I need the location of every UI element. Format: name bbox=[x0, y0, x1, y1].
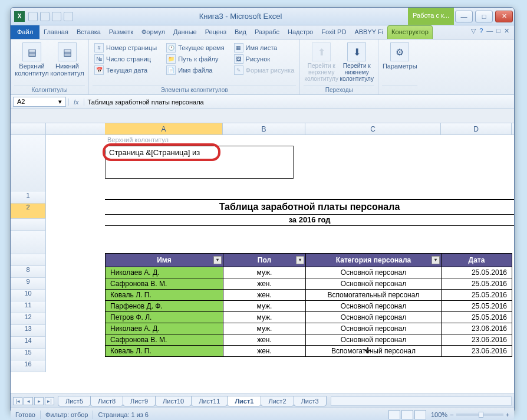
next-sheet-icon[interactable]: ▸ bbox=[34, 397, 44, 405]
th-date[interactable]: Дата bbox=[442, 254, 512, 267]
filter-dropdown-icon[interactable]: ▾ bbox=[432, 256, 440, 264]
page-count-button[interactable]: №Число страниц bbox=[93, 54, 159, 64]
tab-view[interactable]: Вид bbox=[230, 25, 251, 39]
qat-redo-icon[interactable] bbox=[52, 12, 61, 21]
cell[interactable]: 25.05.2016 bbox=[442, 267, 512, 278]
zoom-out-icon[interactable]: − bbox=[450, 411, 453, 418]
cell[interactable]: Николаев А. Д. bbox=[106, 267, 223, 278]
prev-sheet-icon[interactable]: ◂ bbox=[24, 397, 33, 405]
first-sheet-icon[interactable]: |◂ bbox=[13, 397, 22, 405]
qat-more-icon[interactable] bbox=[64, 12, 73, 21]
row-header[interactable]: 15 bbox=[11, 349, 46, 360]
th-category[interactable]: Категория персонала▾ bbox=[306, 254, 442, 267]
tab-data[interactable]: Данные bbox=[169, 25, 201, 39]
sheet-tab[interactable]: Лист3 bbox=[294, 396, 327, 406]
cell[interactable]: Парфенов Д. Ф. bbox=[106, 301, 223, 312]
table-title[interactable]: Таблица заработной платы персонала bbox=[105, 199, 514, 215]
close-button[interactable]: ✕ bbox=[495, 11, 513, 22]
tab-file[interactable]: Файл bbox=[11, 25, 39, 39]
cell[interactable]: Основной персонал bbox=[306, 267, 442, 278]
row-header[interactable]: 14 bbox=[11, 337, 46, 349]
col-header-c[interactable]: C bbox=[305, 123, 441, 134]
row-header[interactable]: 9 bbox=[11, 278, 46, 290]
file-path-button[interactable]: 📁Путь к файлу bbox=[164, 54, 226, 64]
page-number-button[interactable]: #Номер страницы bbox=[93, 42, 159, 53]
table-subtitle[interactable]: за 2016 год bbox=[105, 214, 514, 226]
sheet-tab[interactable]: Лист10 bbox=[155, 396, 192, 406]
cell[interactable]: 23.06.2016 bbox=[442, 346, 512, 357]
select-all-corner[interactable] bbox=[11, 123, 46, 134]
page-break-view-icon[interactable] bbox=[414, 410, 426, 419]
tab-abbyy[interactable]: ABBYY Fi bbox=[350, 25, 387, 39]
picture-button[interactable]: 🖼Рисунок bbox=[232, 54, 297, 64]
cell[interactable]: Сафронова В. М. bbox=[106, 278, 223, 290]
sheet-tab[interactable]: Лист8 bbox=[90, 396, 123, 406]
cell[interactable]: Коваль Л. П. bbox=[106, 346, 223, 357]
sheet-tab[interactable]: Лист5 bbox=[58, 396, 91, 406]
cell[interactable]: жен. bbox=[223, 290, 306, 301]
options-button[interactable]: ⚙ Параметры bbox=[382, 41, 417, 70]
cell[interactable]: Основной персонал bbox=[306, 323, 442, 334]
horizontal-scrollbar[interactable] bbox=[331, 396, 512, 406]
cell[interactable]: 23.06.2016 bbox=[442, 323, 512, 334]
tab-design[interactable]: Конструктор bbox=[387, 25, 433, 39]
sheet-tab[interactable]: Лист11 bbox=[191, 396, 228, 406]
row-header[interactable]: 13 bbox=[11, 325, 46, 337]
tab-review[interactable]: Реценз bbox=[201, 25, 230, 39]
doc-close-icon[interactable]: ✕ bbox=[504, 27, 509, 37]
cell[interactable]: Сафронова В. М. bbox=[106, 334, 223, 346]
doc-max-icon[interactable]: □ bbox=[496, 27, 500, 37]
page-layout-view-icon[interactable] bbox=[401, 410, 413, 419]
cell[interactable]: Основной персонал bbox=[306, 334, 442, 346]
last-sheet-icon[interactable]: ▸| bbox=[45, 397, 54, 405]
row-header[interactable]: 16 bbox=[11, 360, 46, 372]
cell[interactable]: жен. bbox=[223, 334, 306, 346]
row-header[interactable]: 2 bbox=[11, 204, 46, 219]
cell[interactable]: 25.05.2016 bbox=[442, 301, 512, 312]
cell[interactable]: муж. bbox=[223, 267, 306, 278]
current-time-button[interactable]: 🕐Текущее время bbox=[164, 42, 226, 53]
normal-view-icon[interactable] bbox=[388, 410, 400, 419]
cell[interactable]: муж. bbox=[223, 312, 306, 323]
row-header[interactable] bbox=[11, 254, 46, 266]
cell[interactable]: жен. bbox=[223, 278, 306, 290]
zoom-in-icon[interactable]: + bbox=[506, 411, 509, 418]
col-header-d[interactable]: D bbox=[441, 123, 512, 134]
zoom-slider[interactable] bbox=[456, 414, 503, 416]
header-input-box[interactable]: Страница &[Страница] из bbox=[105, 146, 294, 179]
current-date-button[interactable]: 📅Текущая дата bbox=[93, 65, 159, 76]
row-header[interactable] bbox=[11, 219, 46, 231]
doc-min-icon[interactable]: — bbox=[486, 27, 493, 37]
tab-foxit[interactable]: Foxit PD bbox=[317, 25, 350, 39]
cell[interactable]: Вспомогательный персонал bbox=[306, 290, 442, 301]
cell[interactable]: Николаев А. Д. bbox=[106, 323, 223, 334]
col-header-a[interactable]: A bbox=[105, 123, 223, 134]
qat-undo-icon[interactable] bbox=[40, 12, 50, 21]
cell[interactable]: жен. bbox=[223, 346, 306, 357]
cell[interactable]: 25.05.2016 bbox=[442, 278, 512, 290]
tab-formulas[interactable]: Формул bbox=[137, 25, 169, 39]
tab-home[interactable]: Главная bbox=[39, 25, 73, 39]
maximize-button[interactable]: □ bbox=[475, 11, 493, 22]
cell[interactable]: 23.06.2016 bbox=[442, 334, 512, 346]
row-header[interactable]: 8 bbox=[11, 266, 46, 278]
sheet-tab[interactable]: Лист9 bbox=[123, 396, 156, 406]
footer-button[interactable]: ▤ Нижний колонтитул bbox=[50, 41, 85, 77]
col-header-b[interactable]: B bbox=[223, 123, 305, 134]
tab-layout[interactable]: Разметк bbox=[105, 25, 137, 39]
qat-save-icon[interactable] bbox=[28, 12, 38, 21]
row-header[interactable] bbox=[11, 231, 46, 254]
cell[interactable]: муж. bbox=[223, 301, 306, 312]
cell[interactable]: Петров Ф. Л. bbox=[106, 312, 223, 323]
zoom-thumb[interactable] bbox=[479, 412, 483, 418]
cell[interactable]: Основной персонал bbox=[306, 312, 442, 323]
tab-dev[interactable]: Разрабс bbox=[251, 25, 284, 39]
row-header[interactable]: 12 bbox=[11, 313, 46, 325]
header-button[interactable]: ▤ Верхний колонтитул bbox=[14, 41, 50, 77]
row-header[interactable]: 1 bbox=[11, 192, 46, 204]
sheet-content[interactable]: Верхний колонтитул Страница &[Страница] … bbox=[105, 135, 514, 393]
cell[interactable]: Основной персонал bbox=[306, 301, 442, 312]
filter-dropdown-icon[interactable]: ▾ bbox=[213, 256, 222, 264]
tab-insert[interactable]: Вставка bbox=[73, 25, 105, 39]
minimize-ribbon-icon[interactable]: ▽ bbox=[471, 27, 476, 37]
